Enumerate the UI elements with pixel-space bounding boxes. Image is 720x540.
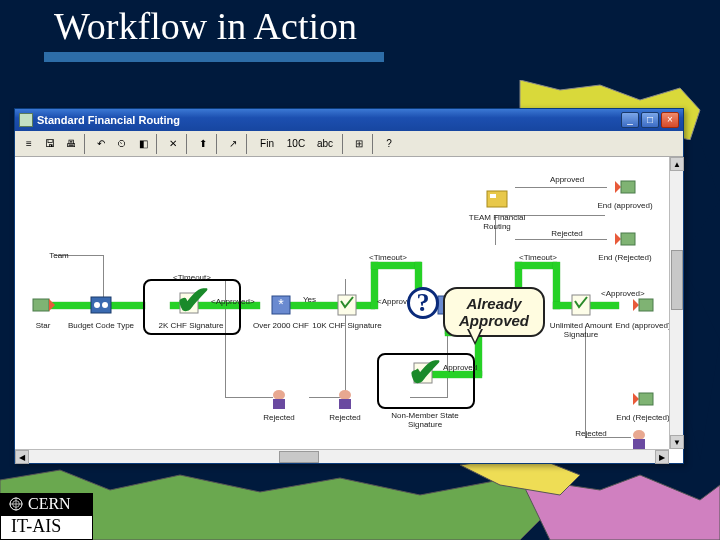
- node-rejected-2[interactable]: [331, 385, 359, 413]
- svg-rect-14: [639, 299, 653, 311]
- question-icon: ?: [407, 287, 439, 319]
- node-start[interactable]: [29, 291, 57, 319]
- label-start: Star: [36, 321, 51, 330]
- title-underline: [44, 52, 384, 62]
- node-end-rejected-top[interactable]: [611, 225, 639, 253]
- svg-rect-24: [339, 399, 351, 409]
- tb-save-icon[interactable]: 🖫: [40, 134, 60, 154]
- callout-line2: Approved: [459, 312, 529, 329]
- tb-sep: [186, 134, 190, 154]
- node-rejected-right[interactable]: [625, 425, 653, 449]
- tb-new-icon[interactable]: ≡: [19, 134, 39, 154]
- tb-print-icon[interactable]: 🖶: [61, 134, 81, 154]
- svg-rect-0: [33, 299, 49, 311]
- edge-yes-1: Yes: [303, 295, 316, 304]
- node-rejected-1[interactable]: [265, 385, 293, 413]
- scroll-down-icon[interactable]: ▼: [670, 435, 684, 449]
- svg-point-3: [94, 302, 100, 308]
- tb-fin-button[interactable]: Fin: [253, 134, 281, 154]
- tb-sep: [156, 134, 160, 154]
- label-unlimited: Unlimited Amount Signature: [550, 321, 613, 339]
- edge-timeout-2: <Timeout>: [369, 253, 407, 262]
- svg-marker-17: [615, 181, 621, 193]
- label-approved-top: Approved: [550, 175, 584, 184]
- label-team: Team: [49, 251, 69, 260]
- scroll-thumb[interactable]: [671, 250, 683, 310]
- node-end-rejected-bottom[interactable]: [629, 385, 657, 413]
- footer-cern: CERN: [0, 493, 93, 515]
- node-budget-code-type[interactable]: [87, 291, 115, 319]
- tb-sep: [84, 134, 88, 154]
- node-end-approved-right[interactable]: [629, 291, 657, 319]
- callout-already-approved: Already Approved: [443, 287, 545, 337]
- checkmark-icon: ✔: [407, 349, 444, 395]
- titlebar[interactable]: Standard Financial Routing _ □ ×: [15, 109, 683, 131]
- cern-logo-icon: [8, 496, 24, 512]
- svg-marker-19: [615, 233, 621, 245]
- label-budget: Budget Code Type: [68, 321, 134, 330]
- edge-approved-1: <Approved>: [211, 297, 255, 306]
- node-team-financial-routing[interactable]: [483, 185, 511, 213]
- tb-sep: [372, 134, 376, 154]
- maximize-button[interactable]: □: [641, 112, 659, 128]
- scroll-thumb[interactable]: [279, 451, 319, 463]
- svg-marker-27: [633, 393, 639, 405]
- svg-rect-15: [487, 191, 507, 207]
- footer-cern-text: CERN: [28, 495, 71, 513]
- label-rejected-right: Rejected: [575, 429, 607, 438]
- tb-sep: [342, 134, 346, 154]
- close-button[interactable]: ×: [661, 112, 679, 128]
- label-rejected-1: Rejected: [263, 413, 295, 422]
- svg-rect-20: [621, 233, 635, 245]
- minimize-button[interactable]: _: [621, 112, 639, 128]
- tb-sep: [246, 134, 250, 154]
- tb-panel-icon[interactable]: ◧: [133, 134, 153, 154]
- scroll-up-icon[interactable]: ▲: [670, 157, 684, 171]
- svg-point-23: [339, 390, 351, 400]
- label-10k-sig: 10K CHF Signature: [312, 321, 381, 330]
- svg-text:*: *: [278, 296, 284, 312]
- label-nonmember: Non-Member State Signature: [391, 411, 459, 429]
- node-unlimited-signature[interactable]: [567, 291, 595, 319]
- svg-marker-13: [633, 299, 639, 311]
- svg-rect-18: [621, 181, 635, 193]
- callout-line1: Already: [466, 295, 521, 312]
- scroll-left-icon[interactable]: ◀: [15, 450, 29, 464]
- diagram-canvas[interactable]: Star Budget Code Type Team 2K CHF Signat…: [15, 157, 683, 449]
- svg-rect-22: [273, 399, 285, 409]
- scroll-right-icon[interactable]: ▶: [655, 450, 669, 464]
- tb-delete-icon[interactable]: ✕: [163, 134, 183, 154]
- toolbar: ≡ 🖫 🖶 ↶ ⏲ ◧ ✕ ⬆ ↗ Fin 10C abc ⊞ ?: [15, 131, 683, 157]
- slide-title: Workflow in Action: [54, 4, 357, 48]
- horizontal-scrollbar[interactable]: ◀ ▶: [15, 449, 669, 463]
- tb-link-icon[interactable]: ↗: [223, 134, 243, 154]
- svg-marker-1: [49, 299, 55, 311]
- node-10k-signature[interactable]: [333, 291, 361, 319]
- tb-abc-button[interactable]: abc: [311, 134, 339, 154]
- tb-10c-button[interactable]: 10C: [282, 134, 310, 154]
- label-end-rejected: End (Rejected): [598, 253, 651, 262]
- node-over-2000[interactable]: *: [267, 291, 295, 319]
- tb-up-icon[interactable]: ⬆: [193, 134, 213, 154]
- label-over2000: Over 2000 CHF: [253, 321, 309, 330]
- svg-point-21: [273, 390, 285, 400]
- vertical-scrollbar[interactable]: ▲ ▼: [669, 157, 683, 449]
- tb-grid-icon[interactable]: ⊞: [349, 134, 369, 154]
- node-end-approved-top[interactable]: [611, 173, 639, 201]
- edge-approved-nm: Approved: [443, 363, 477, 372]
- svg-point-25: [633, 430, 645, 440]
- tb-clock-icon[interactable]: ⏲: [112, 134, 132, 154]
- label-teamfin: TEAM Financial Routing: [469, 213, 525, 231]
- tb-help-icon[interactable]: ?: [379, 134, 399, 154]
- tb-undo-icon[interactable]: ↶: [91, 134, 111, 154]
- label-rejected-2: Rejected: [329, 413, 361, 422]
- label-end-approved: End (approved): [597, 201, 652, 210]
- footer: CERN IT-AIS: [0, 493, 93, 540]
- label-end-rejected2: End (Rejected): [616, 413, 669, 422]
- svg-point-4: [102, 302, 108, 308]
- svg-rect-26: [633, 439, 645, 449]
- callout-tail: [467, 329, 483, 345]
- svg-rect-16: [490, 194, 496, 198]
- app-window: Standard Financial Routing _ □ × ≡ 🖫 🖶 ↶…: [14, 108, 684, 464]
- label-end-approved2: End (approved): [615, 321, 670, 330]
